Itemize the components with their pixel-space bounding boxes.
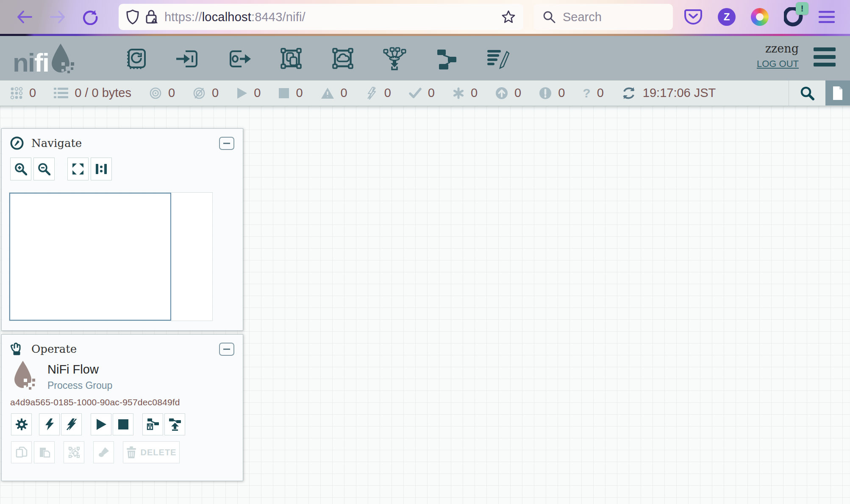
not-transmitting-status: 0 (193, 86, 219, 100)
birdseye-minimap[interactable] (9, 192, 213, 321)
extension-privacy-icon[interactable]: ! (784, 7, 803, 27)
remote-process-group-icon[interactable] (331, 46, 355, 71)
change-color-button[interactable] (93, 441, 114, 463)
nifi-droplet-icon (49, 43, 76, 74)
operate-collapse-button[interactable] (219, 343, 234, 356)
stop-button[interactable] (113, 413, 133, 435)
hand-glove-icon (10, 342, 24, 356)
search-placeholder: Search (563, 10, 602, 24)
operate-title: Operate (31, 343, 219, 355)
locally-modified-stale-status: 0 (539, 86, 565, 100)
browser-menu-icon[interactable] (819, 11, 835, 23)
disabled-icon (365, 87, 378, 100)
group-button[interactable] (64, 441, 84, 463)
copy-button[interactable] (11, 441, 32, 463)
selected-component-type: Process Group (47, 380, 112, 391)
sync-failure-status: ? 0 (583, 86, 603, 100)
birdseye-viewport[interactable] (9, 193, 171, 321)
component-toolbar (124, 46, 510, 71)
template-icon[interactable] (434, 46, 458, 71)
transmitting-status: 0 (149, 86, 175, 100)
browser-back-button[interactable] (16, 10, 33, 24)
active-threads-status: 0 (10, 86, 36, 100)
search-icon (542, 10, 556, 24)
lock-warning-icon[interactable] (145, 9, 158, 25)
enable-button[interactable] (39, 413, 60, 435)
queued-icon (54, 87, 68, 99)
stale-status: 0 (495, 86, 521, 100)
invalid-status: 0 (321, 86, 347, 100)
flow-canvas[interactable]: Navigate (0, 106, 850, 504)
extension-z-icon[interactable]: Z (718, 8, 736, 26)
operate-palette: Operate NiFi Flow Process Group a4d9a565… (1, 334, 243, 481)
running-icon (236, 87, 247, 99)
disable-button[interactable] (61, 413, 82, 435)
navigate-title: Navigate (31, 137, 219, 150)
bookmark-star-icon[interactable] (501, 10, 516, 24)
stopped-status: 0 (278, 86, 303, 100)
nifi-logo: nifi (13, 43, 104, 74)
disabled-status: 0 (365, 86, 391, 100)
global-menu-icon[interactable] (814, 47, 836, 66)
queued-status: 0 / 0 bytes (54, 86, 131, 100)
configure-button[interactable] (11, 413, 32, 435)
funnel-icon[interactable] (382, 46, 407, 71)
url-text: https://localhost:8443/nifi/ (164, 10, 495, 24)
current-user: zzeng (757, 42, 799, 55)
not-transmitting-icon (193, 87, 206, 100)
up-to-date-icon (409, 88, 422, 99)
browser-search-box[interactable]: Search (534, 4, 673, 30)
bulletin-panel-toggle[interactable] (825, 80, 850, 105)
start-button[interactable] (91, 413, 111, 435)
compass-icon (10, 136, 24, 150)
browser-reload-button[interactable] (82, 9, 98, 25)
extension-pinwheel-icon[interactable] (751, 8, 769, 26)
up-to-date-status: 0 (409, 86, 435, 100)
input-port-icon[interactable] (175, 46, 200, 71)
shield-icon[interactable] (126, 9, 139, 25)
running-status: 0 (236, 86, 261, 100)
zoom-actual-size-button[interactable] (91, 158, 112, 180)
processor-icon[interactable] (124, 46, 148, 71)
locally-modified-status: 0 (453, 86, 478, 100)
flow-search-icon[interactable] (789, 86, 825, 100)
extension-alert-badge: ! (796, 2, 808, 15)
process-group-icon[interactable] (279, 46, 303, 71)
minus-icon (223, 143, 230, 144)
stale-icon (495, 87, 508, 100)
revert-flow-version-button[interactable] (164, 413, 185, 435)
browser-forward-button[interactable] (49, 10, 66, 24)
output-port-icon[interactable] (227, 46, 252, 71)
browser-toolbar: https://localhost:8443/nifi/ Search Z ! (0, 0, 850, 34)
zoom-out-button[interactable] (33, 158, 55, 180)
zoom-in-button[interactable] (10, 158, 31, 180)
nifi-header: nifi (0, 36, 850, 80)
last-refreshed-time: 19:17:06 JST (643, 86, 716, 100)
transmitting-icon (149, 87, 162, 100)
refresh-icon[interactable] (622, 86, 636, 100)
zoom-fit-button[interactable] (67, 158, 89, 180)
navigate-collapse-button[interactable] (219, 137, 234, 150)
locally-modified-icon (453, 87, 464, 99)
trash-icon (126, 446, 136, 458)
locally-modified-stale-icon (539, 87, 552, 100)
url-bar[interactable]: https://localhost:8443/nifi/ (119, 4, 523, 30)
process-group-droplet-icon (12, 360, 36, 390)
delete-button[interactable]: DELETE (123, 441, 180, 463)
paste-button[interactable] (34, 441, 55, 463)
pocket-icon[interactable] (684, 8, 703, 25)
active-threads-icon (10, 87, 23, 100)
selected-component-id: a4d9a565-0185-1000-90ac-957dec0849fd (10, 397, 243, 407)
minus-icon (223, 349, 230, 350)
save-flow-version-button[interactable] (142, 413, 163, 435)
navigate-palette: Navigate (1, 128, 243, 331)
invalid-icon (321, 87, 334, 99)
flow-status-bar: 0 0 / 0 bytes 0 0 (0, 80, 850, 106)
stopped-icon (278, 88, 289, 99)
sync-failure-icon: ? (583, 87, 590, 100)
logout-link[interactable]: LOG OUT (757, 58, 799, 69)
selected-component-name: NiFi Flow (47, 363, 112, 377)
delete-label: DELETE (141, 448, 177, 457)
label-icon[interactable] (486, 46, 510, 71)
